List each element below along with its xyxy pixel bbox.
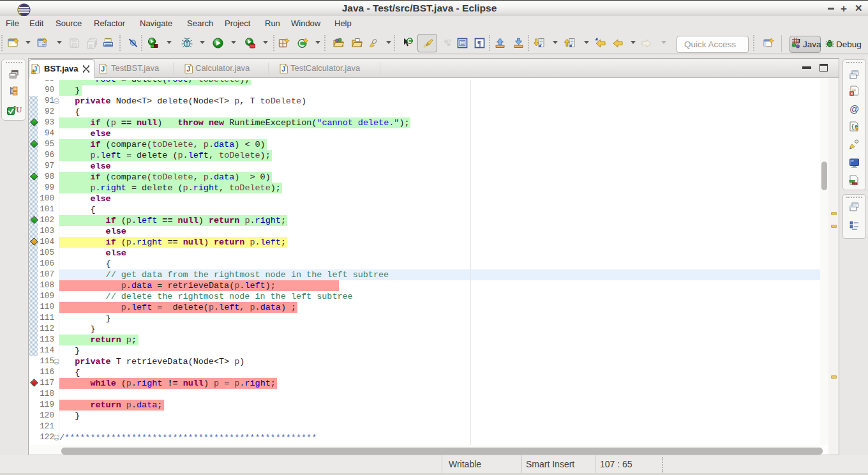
svg-text:J: J: [101, 65, 105, 73]
svg-text:¶: ¶: [477, 38, 482, 48]
svg-text:J: J: [281, 65, 285, 73]
svg-text:@: @: [849, 103, 859, 114]
svg-text:J: J: [186, 65, 190, 73]
svg-text:U: U: [16, 105, 22, 114]
svg-text:J: J: [797, 38, 800, 45]
